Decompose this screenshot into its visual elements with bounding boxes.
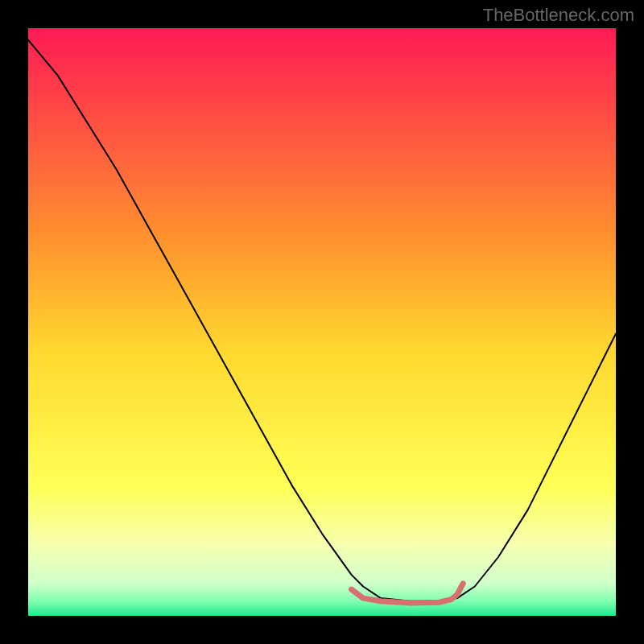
chart-plot-area [28,28,616,616]
watermark-text: TheBottleneck.com [483,5,634,26]
chart-background [28,28,616,616]
chart-svg [28,28,616,616]
chart-container: TheBottleneck.com [0,0,644,644]
